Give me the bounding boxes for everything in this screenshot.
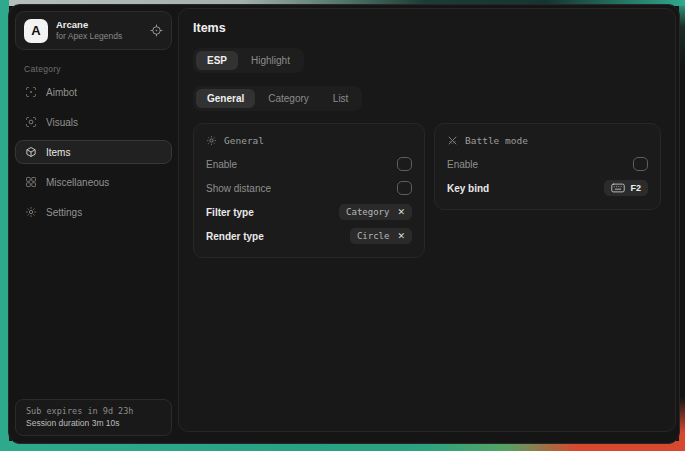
sidebar-item-settings[interactable]: Settings — [15, 200, 172, 224]
page-title: Items — [193, 21, 661, 35]
battle-mode-card: Battle mode Enable Key bind — [434, 123, 661, 210]
view-tab-group: General Category List — [193, 86, 362, 111]
session-duration-text: Session duration 3m 10s — [26, 417, 161, 430]
setting-row-enable: Enable — [447, 152, 648, 176]
app-name: Arcane — [56, 19, 142, 31]
keybind-value: F2 — [630, 183, 641, 193]
setting-row-filter-type: Filter type Category ✕ — [206, 200, 412, 224]
tab-list[interactable]: List — [322, 89, 360, 108]
sidebar-nav: Aimbot Visuals Items — [15, 80, 172, 224]
sidebar-item-label: Aimbot — [46, 87, 77, 98]
battle-mode-card-header: Battle mode — [447, 135, 648, 146]
general-card-header: General — [206, 135, 412, 146]
setting-label: Filter type — [206, 207, 254, 218]
setting-row-key-bind: Key bind F2 — [447, 176, 648, 200]
setting-label: Enable — [206, 159, 237, 170]
tag-value: Category — [346, 207, 389, 217]
general-card: General Enable Show distance Filter type… — [193, 123, 425, 258]
settings-cards: General Enable Show distance Filter type… — [193, 123, 661, 258]
brand-card: A Arcane for Apex Legends — [15, 11, 172, 50]
gear-icon — [25, 206, 37, 218]
grid-icon — [25, 176, 37, 188]
setting-row-enable: Enable — [206, 152, 412, 176]
keyboard-icon — [611, 183, 625, 193]
setting-label: Enable — [447, 159, 478, 170]
filter-type-tag[interactable]: Category ✕ — [339, 204, 412, 220]
mode-tab-group: ESP Highlight — [193, 48, 304, 73]
swords-icon — [447, 135, 458, 146]
target-icon[interactable] — [150, 24, 163, 37]
tab-esp[interactable]: ESP — [196, 51, 238, 70]
app-logo: A — [24, 19, 48, 43]
remove-icon[interactable]: ✕ — [397, 232, 405, 241]
sidebar-item-label: Miscellaneous — [46, 177, 109, 188]
package-icon — [25, 146, 37, 158]
tab-category[interactable]: Category — [257, 89, 320, 108]
sub-expires-text: Sub expires in 9d 23h — [26, 405, 161, 418]
tab-general[interactable]: General — [196, 89, 255, 108]
setting-row-render-type: Render type Circle ✕ — [206, 224, 412, 248]
setting-label: Render type — [206, 231, 264, 242]
battle-enable-checkbox[interactable] — [633, 157, 648, 171]
brand-text: Arcane for Apex Legends — [56, 19, 142, 42]
app-subtitle: for Apex Legends — [56, 31, 142, 42]
keybind-button[interactable]: F2 — [604, 180, 648, 196]
card-title: Battle mode — [465, 135, 528, 146]
card-title: General — [224, 135, 264, 146]
sidebar-item-miscellaneous[interactable]: Miscellaneous — [15, 170, 172, 194]
render-type-tag[interactable]: Circle ✕ — [350, 228, 412, 244]
setting-label: Show distance — [206, 183, 271, 194]
setting-label: Key bind — [447, 183, 489, 194]
enable-checkbox[interactable] — [397, 157, 412, 171]
setting-row-show-distance: Show distance — [206, 176, 412, 200]
eye-focus-icon — [25, 116, 37, 128]
sidebar-section-label: Category — [24, 64, 172, 74]
remove-icon[interactable]: ✕ — [397, 208, 405, 217]
tag-value: Circle — [357, 231, 390, 241]
sidebar-item-items[interactable]: Items — [15, 140, 172, 164]
sidebar-item-label: Items — [46, 147, 70, 158]
app-window: A Arcane for Apex Legends Category — [8, 4, 680, 444]
crosshair-scan-icon — [25, 86, 37, 98]
tab-highlight[interactable]: Highlight — [240, 51, 301, 70]
sidebar-item-label: Settings — [46, 207, 82, 218]
main-panel: Items ESP Highlight General Category Lis… — [178, 8, 676, 432]
sidebar: A Arcane for Apex Legends Category — [9, 5, 178, 443]
sidebar-item-label: Visuals — [46, 117, 78, 128]
sun-icon — [206, 135, 217, 146]
sidebar-item-visuals[interactable]: Visuals — [15, 110, 172, 134]
subscription-status-card: Sub expires in 9d 23h Session duration 3… — [15, 399, 172, 437]
sidebar-item-aimbot[interactable]: Aimbot — [15, 80, 172, 104]
show-distance-checkbox[interactable] — [397, 181, 412, 195]
